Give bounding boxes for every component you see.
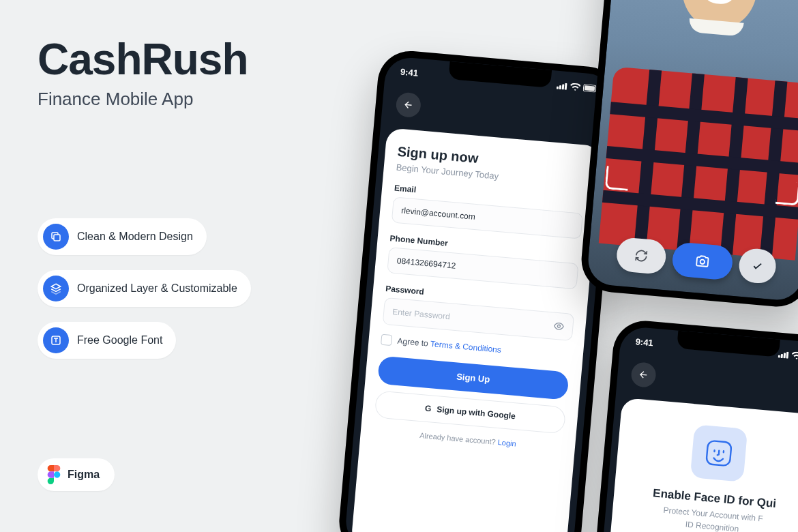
svg-point-10 xyxy=(700,259,705,264)
status-time: 9:41 xyxy=(400,67,418,78)
hero-title: CashRush xyxy=(38,34,248,85)
tool-figma: Figma xyxy=(38,458,115,491)
feature-label: Free Google Font xyxy=(77,334,162,346)
feature-pill: Free Google Font xyxy=(38,322,176,359)
camera-confirm-button[interactable] xyxy=(737,248,777,285)
svg-rect-14 xyxy=(786,351,789,358)
svg-rect-2 xyxy=(557,86,559,89)
copy-icon xyxy=(43,224,69,250)
svg-rect-5 xyxy=(565,83,567,89)
svg-point-9 xyxy=(557,325,560,327)
camera-viewfinder xyxy=(586,0,798,302)
back-button[interactable] xyxy=(395,91,422,118)
svg-rect-4 xyxy=(562,84,565,89)
camera-capture-button[interactable] xyxy=(670,241,733,280)
svg-rect-7 xyxy=(585,85,595,91)
phone-signup: 9:41 Sign up now Begin Your Journey Toda… xyxy=(336,48,621,532)
hero-subtitle: Finance Mobile App xyxy=(38,89,193,110)
faceid-icon xyxy=(690,424,748,482)
type-icon xyxy=(43,327,69,353)
eye-icon[interactable] xyxy=(553,321,565,332)
terms-link[interactable]: Terms & Conditions xyxy=(430,339,502,355)
google-icon: G xyxy=(424,404,432,414)
svg-rect-11 xyxy=(778,355,780,357)
camera-flip-button[interactable] xyxy=(615,237,667,275)
phone-camera xyxy=(579,0,798,309)
svg-rect-13 xyxy=(784,353,786,358)
status-time: 9:41 xyxy=(635,336,653,348)
status-icons xyxy=(557,82,599,93)
svg-rect-0 xyxy=(54,235,60,241)
faceid-card: Enable Face ID for Qui Protect Your Acco… xyxy=(593,398,798,532)
svg-rect-12 xyxy=(781,353,784,357)
phone-faceid: 9:41 Enable Face ID for Qui Prot xyxy=(579,319,798,532)
feature-list: Clean & Modern Design Organized Layer & … xyxy=(38,218,251,359)
feature-pill: Organized Layer & Customizable xyxy=(38,270,251,307)
scan-frame xyxy=(605,0,798,206)
feature-label: Organized Layer & Customizable xyxy=(77,282,237,295)
feature-pill: Clean & Modern Design xyxy=(38,218,207,255)
figma-icon xyxy=(47,465,61,484)
status-icons xyxy=(778,351,798,361)
terms-checkbox[interactable] xyxy=(381,334,392,346)
feature-label: Clean & Modern Design xyxy=(77,231,193,243)
svg-rect-3 xyxy=(559,85,562,89)
login-link[interactable]: Login xyxy=(497,438,516,447)
signup-card: Sign up now Begin Your Journey Today Ema… xyxy=(351,128,601,532)
layers-icon xyxy=(43,276,69,301)
tool-label: Figma xyxy=(68,469,100,481)
back-button[interactable] xyxy=(630,361,657,388)
